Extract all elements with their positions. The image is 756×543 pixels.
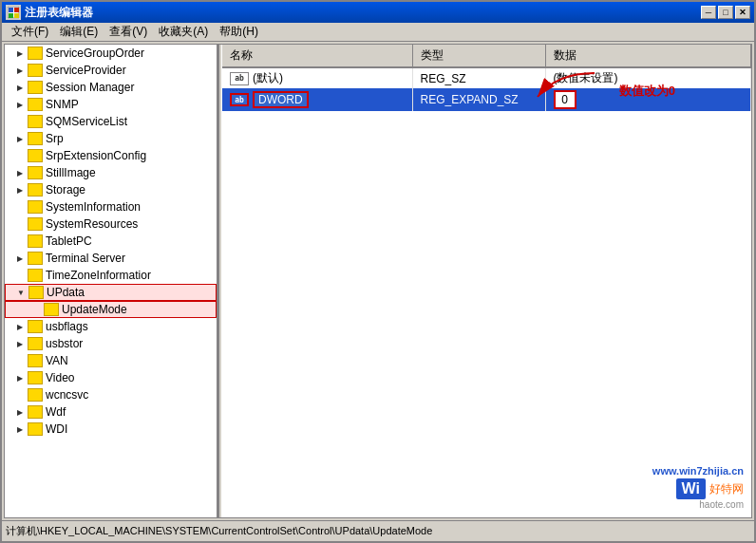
tree-item-label: WDI [46,422,67,436]
tree-item-VAN[interactable]: VAN [5,352,217,369]
expand-icon[interactable]: ▶ [12,97,28,112]
tree-item-usbstor[interactable]: ▶usbstor [5,335,217,352]
tree-item-label: SNMP [46,98,79,111]
tree-item-label: ServiceGroupOrder [46,47,144,60]
tree-item-Srp[interactable]: ▶Srp [5,130,217,147]
expand-icon[interactable]: ▶ [12,319,28,334]
expand-icon[interactable]: ▶ [12,370,28,385]
menu-edit[interactable]: 编辑(E) [54,22,104,42]
folder-icon [28,47,43,60]
tree-pane[interactable]: ▶ServiceGroupOrder▶ServiceProvider▶Sessi… [5,45,218,517]
tree-item-Video[interactable]: ▶Video [5,369,217,386]
svg-rect-4 [14,13,19,18]
reg-row-0[interactable]: ab(默认)REG_SZ(数值未设置) [222,67,751,88]
expand-icon[interactable]: ▶ [12,131,28,146]
expand-icon[interactable]: ▶ [12,46,28,61]
expand-icon[interactable]: ▶ [12,421,28,437]
folder-icon [28,252,43,265]
tree-item-ServiceGroupOrder[interactable]: ▶ServiceGroupOrder [5,45,217,62]
tree-item-SQMServiceList[interactable]: SQMServiceList [5,113,217,130]
tree-item-label: Terminal Server [46,252,125,265]
expand-icon[interactable] [12,353,28,368]
folder-icon [28,388,43,402]
folder-icon [28,337,43,350]
folder-icon [28,320,43,333]
tree-item-SNMP[interactable]: ▶SNMP [5,96,217,113]
tree-item-label: Srp [46,132,64,145]
tree-item-label: StillImage [46,166,96,179]
window-title: 注册表编辑器 [25,5,701,21]
expand-icon[interactable]: ▶ [12,251,28,266]
tree-item-SystemInformation[interactable]: SystemInformation [5,198,217,215]
watermark-url: www.win7zhijia.cn [652,465,744,477]
expand-icon[interactable]: ▶ [12,182,28,197]
folder-icon [28,115,43,128]
tree-item-WDI[interactable]: ▶WDI [5,421,217,438]
expand-icon[interactable] [12,199,28,215]
expand-icon[interactable] [12,148,28,163]
folder-icon [44,303,59,316]
reg-type-cell: REG_SZ [412,67,545,88]
menu-favorites[interactable]: 收藏夹(A) [153,22,214,42]
close-button[interactable]: ✕ [735,6,750,19]
expand-icon[interactable]: ▶ [12,63,28,78]
tree-item-StillImage[interactable]: ▶StillImage [5,164,217,181]
expand-icon[interactable] [12,234,28,249]
tree-item-label: Session Manager [46,81,134,94]
watermark-area: www.win7zhijia.cn Wi 好特网 haote.com [652,465,744,510]
reg-value-cell: 0 [545,88,751,111]
folder-icon [28,286,44,299]
folder-icon [28,132,43,145]
tree-item-wcncsvc[interactable]: wcncsvc [5,386,217,403]
reg-row-1[interactable]: abDWORDREG_EXPAND_SZ0 [222,88,751,111]
tree-item-label: SystemResources [46,217,138,231]
tree-item-label: VAN [46,354,68,367]
tree-item-label: Storage [46,183,85,197]
tree-item-Storage[interactable]: ▶Storage [5,181,217,198]
menu-help[interactable]: 帮助(H) [214,22,264,42]
status-bar: 计算机\HKEY_LOCAL_MACHINE\SYSTEM\CurrentCon… [2,520,754,541]
folder-icon [28,183,43,197]
expand-icon[interactable] [12,268,28,283]
tree-item-label: TimeZoneInformatior [46,269,151,282]
reg-value-cell: (数值未设置) [545,67,751,88]
svg-rect-3 [9,13,13,18]
expand-icon[interactable] [12,387,28,403]
tree-item-Wdf[interactable]: ▶Wdf [5,403,217,421]
expand-icon[interactable] [12,216,28,232]
expand-icon[interactable]: ▶ [12,404,28,420]
tree-item-ServiceProvider[interactable]: ▶ServiceProvider [5,62,217,79]
menu-view[interactable]: 查看(V) [104,22,153,42]
expand-icon[interactable]: ▶ [12,80,28,95]
tree-item-TimeZoneInformation[interactable]: TimeZoneInformatior [5,267,217,284]
maximize-button[interactable]: □ [718,6,733,19]
col-data: 数据 [545,45,751,67]
folder-icon [28,269,43,282]
folder-icon [28,200,43,214]
expand-icon[interactable] [28,302,44,317]
tree-item-label: UpdateMode [62,303,127,316]
menu-bar: 文件(F) 编辑(E) 查看(V) 收藏夹(A) 帮助(H) [2,23,754,42]
tree-item-TabletPC[interactable]: TabletPC [5,233,217,250]
tree-item-TerminalServer[interactable]: ▶Terminal Server [5,250,217,267]
status-path: 计算机\HKEY_LOCAL_MACHINE\SYSTEM\CurrentCon… [6,524,750,538]
tree-item-SrpExtensionConfig[interactable]: SrpExtensionConfig [5,147,217,164]
menu-file[interactable]: 文件(F) [6,22,54,42]
watermark-logo: Wi [676,478,706,499]
tree-item-SystemResources[interactable]: SystemResources [5,215,217,233]
tree-item-usbflags[interactable]: ▶usbflags [5,318,217,335]
minimize-button[interactable]: ─ [701,6,716,19]
expand-icon[interactable]: ▼ [13,285,28,300]
folder-icon [28,234,43,248]
tree-item-SessionManager[interactable]: ▶Session Manager [5,79,217,96]
expand-icon[interactable] [12,114,28,129]
expand-icon[interactable]: ▶ [12,336,28,351]
svg-rect-1 [9,8,13,12]
tree-item-UPdata[interactable]: ▼UPdata [5,284,217,301]
value-type-icon: ab [230,93,249,106]
col-type: 类型 [412,45,545,67]
expand-icon[interactable]: ▶ [12,165,28,180]
reg-type-cell: REG_EXPAND_SZ [412,88,545,111]
tree-item-UpdateMode[interactable]: UpdateMode [5,301,217,318]
folder-icon [28,64,43,77]
